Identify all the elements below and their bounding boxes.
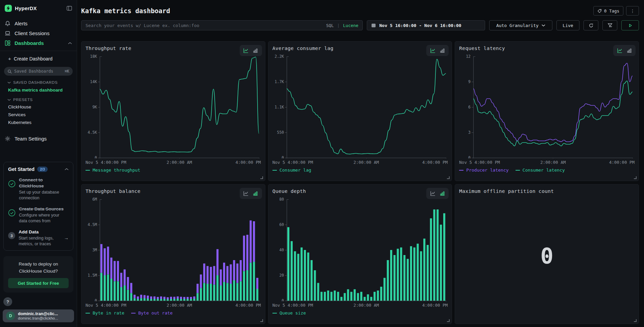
sidebar-item-dashboards[interactable]: Dashboards bbox=[0, 38, 77, 48]
toolbar: SQL | Lucene Nov 5 16:00:00 - Nov 6 16:0… bbox=[81, 20, 639, 30]
resize-handle[interactable] bbox=[447, 176, 450, 179]
filter-button[interactable] bbox=[602, 20, 617, 30]
svg-text:40: 40 bbox=[279, 248, 284, 252]
plus-icon: + bbox=[8, 56, 11, 61]
chart-type-toggle bbox=[240, 188, 262, 199]
bar-chart-icon[interactable] bbox=[626, 48, 632, 53]
dotted-zero-dot bbox=[545, 255, 548, 258]
bar-chart-icon[interactable] bbox=[253, 48, 258, 53]
live-button[interactable]: Live bbox=[556, 20, 579, 30]
svg-text:4.5K: 4.5K bbox=[88, 130, 97, 135]
saved-dashboards-search-input[interactable] bbox=[14, 69, 62, 74]
chart-throughput-rate[interactable]: 18K14K9K4.5K0 bbox=[86, 54, 261, 158]
saved-dashboards-search[interactable]: ⌘K bbox=[4, 67, 73, 76]
user-menu[interactable]: D dominic.tran@clic... dominic.tran@clic… bbox=[3, 309, 74, 322]
resize-handle[interactable] bbox=[260, 176, 263, 179]
divider bbox=[0, 51, 77, 51]
svg-text:0: 0 bbox=[468, 155, 471, 158]
svg-text:60: 60 bbox=[279, 222, 284, 227]
sidebar-item-client-sessions[interactable]: Client Sessions bbox=[0, 28, 77, 38]
legend-entry[interactable]: Byte in rate bbox=[86, 310, 124, 316]
resize-handle[interactable] bbox=[260, 319, 263, 322]
granularity-select[interactable]: Auto Granularity bbox=[489, 20, 552, 30]
bell-icon bbox=[5, 21, 10, 26]
line-chart-icon[interactable] bbox=[243, 191, 249, 196]
x-axis-label: 4:00:00 PM bbox=[422, 303, 448, 308]
chevron-down-icon bbox=[7, 99, 11, 101]
chevron-up-icon bbox=[68, 42, 72, 45]
check-circle-icon bbox=[8, 209, 16, 217]
x-axis-label: 2:00:00 AM bbox=[540, 160, 566, 165]
bar-chart-icon[interactable] bbox=[439, 48, 445, 53]
chart-type-toggle bbox=[613, 45, 636, 56]
get-started-step-sources[interactable]: Create Data Sources Configure where your… bbox=[8, 206, 69, 224]
kebab-menu-icon: ⋮ bbox=[630, 8, 635, 14]
svg-text:6M: 6M bbox=[92, 197, 97, 202]
tags-button[interactable]: 0 Tags bbox=[593, 6, 623, 16]
svg-text:3: 3 bbox=[468, 130, 471, 135]
chart-canvas: 2.2K1.7K1.1K5500 bbox=[272, 54, 448, 158]
x-axis: Nov 5 4:00:00 PM2:00:00 AM4:00:00 PM bbox=[272, 302, 448, 308]
resize-handle[interactable] bbox=[634, 176, 637, 179]
bar-chart-icon[interactable] bbox=[253, 191, 258, 196]
sql-mode-toggle[interactable]: SQL bbox=[326, 23, 334, 28]
laptop-icon bbox=[5, 30, 10, 36]
panel-title: Throughput rate bbox=[86, 46, 261, 52]
panel-queue-depth: Queue depth 806040200 Nov 5 4:00:00 PM2:… bbox=[268, 184, 452, 324]
legend-entry[interactable]: Consumer lag bbox=[272, 168, 311, 173]
event-search[interactable]: SQL | Lucene bbox=[81, 20, 363, 30]
panel-throughput-balance: Throughput balance 6M4.5M3M1.5M0 Nov 5 4… bbox=[81, 184, 265, 324]
sidebar-collapse-icon[interactable] bbox=[67, 6, 72, 11]
sidebar-item-clickhouse[interactable]: ClickHouse bbox=[0, 103, 77, 111]
create-dashboard-button[interactable]: + Create Dashboard bbox=[0, 54, 77, 64]
sidebar-item-team-settings[interactable]: Team Settings bbox=[0, 134, 77, 144]
lucene-mode-toggle[interactable]: Lucene bbox=[343, 23, 358, 28]
get-started-card: Get Started 2/3 Connect to ClickHouse Se… bbox=[3, 162, 73, 251]
saved-dashboards-section-header[interactable]: SAVED DASHBOARDS bbox=[0, 77, 77, 86]
run-query-button[interactable] bbox=[621, 20, 639, 30]
line-chart-icon[interactable] bbox=[617, 48, 623, 53]
chevron-up-icon[interactable] bbox=[65, 168, 69, 171]
chart-avg-consumer-lag[interactable]: 2.2K1.7K1.1K5500 bbox=[272, 54, 448, 158]
step-number: 3 bbox=[8, 232, 15, 239]
x-axis-label: Nov 5 4:00:00 PM bbox=[272, 303, 313, 308]
sidebar-item-services[interactable]: Services bbox=[0, 111, 77, 119]
x-axis: Nov 5 4:00:00 PM2:00:00 AM4:00:00 PM bbox=[86, 302, 261, 308]
get-started-free-button[interactable]: Get Started for Free bbox=[8, 278, 69, 288]
chart-throughput-balance[interactable]: 6M4.5M3M1.5M0 bbox=[86, 197, 261, 301]
x-axis: Nov 5 4:00:00 PM2:00:00 AM4:00:00 PM bbox=[459, 159, 635, 165]
chart-request-latency[interactable]: 129630 bbox=[459, 54, 635, 158]
panel-max-offline-partition: Maximum offline partition count 0 bbox=[455, 184, 639, 324]
svg-text:0: 0 bbox=[95, 298, 97, 301]
line-chart-icon[interactable] bbox=[243, 48, 249, 53]
sidebar-item-kubernetes[interactable]: Kubernetes bbox=[0, 119, 77, 126]
get-started-step-add-data[interactable]: 3 Add Data Start sending logs, metrics, … bbox=[8, 229, 69, 247]
legend-entry[interactable]: Consumer latency bbox=[516, 168, 565, 173]
refresh-button[interactable] bbox=[583, 20, 598, 30]
chart-queue-depth[interactable]: 806040200 bbox=[272, 197, 448, 301]
panel-request-latency: Request latency 129630 Nov 5 4:00:00 PM2… bbox=[455, 41, 639, 181]
legend-entry[interactable]: Byte out rate bbox=[131, 310, 173, 316]
x-axis-label: 2:00:00 AM bbox=[167, 303, 192, 308]
more-menu-button[interactable]: ⋮ bbox=[626, 6, 639, 16]
time-range-picker[interactable]: Nov 5 16:00:00 - Nov 6 16:00:00 bbox=[367, 20, 485, 30]
svg-text:4.5M: 4.5M bbox=[88, 222, 97, 227]
svg-text:12: 12 bbox=[466, 54, 471, 59]
legend-entry[interactable]: Queue size bbox=[272, 310, 306, 316]
event-search-input[interactable] bbox=[86, 23, 323, 28]
legend-entry[interactable]: Producer latency bbox=[459, 168, 508, 173]
x-axis-label: Nov 5 4:00:00 PM bbox=[86, 303, 126, 308]
panel-title: Average consumer lag bbox=[272, 46, 448, 52]
line-chart-icon[interactable] bbox=[430, 48, 436, 53]
help-button[interactable]: ? bbox=[3, 297, 12, 306]
resize-handle[interactable] bbox=[447, 319, 450, 322]
line-chart-icon[interactable] bbox=[430, 191, 436, 196]
hyperdx-logo-icon bbox=[5, 5, 12, 12]
legend-entry[interactable]: Message throughput bbox=[86, 168, 140, 173]
sidebar-item-alerts[interactable]: Alerts bbox=[0, 19, 77, 28]
get-started-step-connect[interactable]: Connect to ClickHouse Set up your databa… bbox=[8, 177, 69, 201]
presets-section-header[interactable]: PRESETS bbox=[0, 94, 77, 103]
bar-chart-icon[interactable] bbox=[439, 191, 445, 196]
sidebar-item-kafka-dashboard[interactable]: Kafka metrics dashboard bbox=[0, 86, 77, 94]
resize-handle[interactable] bbox=[634, 319, 637, 322]
